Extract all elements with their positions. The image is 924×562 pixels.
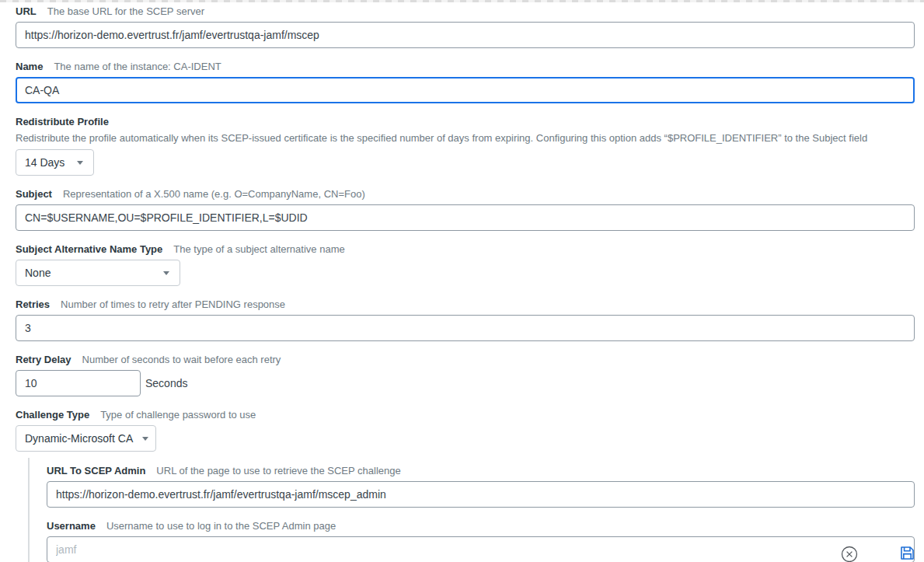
retry-delay-helper: Number of seconds to wait before each re… [82, 354, 281, 365]
retries-label-row: RetriesNumber of times to retry after PE… [16, 298, 915, 310]
san-type-field-group: Subject Alternative Name TypeThe type of… [16, 243, 915, 286]
url-helper: The base URL for the SCEP server [47, 5, 204, 17]
redistribute-profile-select[interactable]: 14 Days [16, 149, 94, 176]
scep-admin-url-helper: URL of the page to use to retrieve the S… [156, 465, 400, 476]
retries-input[interactable] [16, 315, 915, 341]
retry-delay-label: Retry Delay [16, 354, 71, 365]
chevron-down-icon [77, 161, 83, 165]
retries-label: Retries [16, 298, 50, 310]
name-field-group: NameThe name of the instance: CA-IDENT [16, 60, 915, 103]
challenge-type-field-group: Challenge TypeType of challenge password… [16, 408, 915, 452]
redistribute-profile-description: Redistribute the profile automatically w… [16, 132, 915, 144]
scep-config-form: URLThe base URL for the SCEP server Name… [0, 2, 924, 562]
username-label-row: UsernameUsername to use to log in to the… [47, 519, 915, 532]
scep-admin-url-label: URL To SCEP Admin [47, 465, 145, 476]
retries-field-group: RetriesNumber of times to retry after PE… [16, 298, 915, 341]
url-label: URL [16, 5, 37, 17]
redistribute-profile-label-row: Redistribute Profile [16, 115, 915, 127]
chevron-down-icon [142, 437, 148, 441]
chevron-down-icon [163, 271, 169, 275]
username-label: Username [47, 520, 96, 532]
challenge-type-helper: Type of challenge password to use [100, 409, 256, 421]
retry-delay-label-row: Retry DelayNumber of seconds to wait bef… [16, 353, 915, 365]
url-field-group: URLThe base URL for the SCEP server [16, 5, 915, 48]
challenge-type-label-row: Challenge TypeType of challenge password… [16, 408, 915, 421]
scep-admin-url-input[interactable] [47, 481, 915, 508]
subject-label-row: SubjectRepresentation of a X.500 name (e… [16, 187, 915, 200]
san-type-label: Subject Alternative Name Type [16, 243, 162, 255]
save-icon [900, 546, 915, 560]
challenge-type-label: Challenge Type [16, 409, 89, 421]
subject-input[interactable] [16, 204, 915, 231]
scep-admin-url-field-group: URL To SCEP AdminURL of the page to use … [47, 464, 915, 508]
subject-label: Subject [16, 188, 52, 200]
san-type-helper: The type of a subject alternative name [173, 243, 344, 255]
challenge-settings-section: URL To SCEP AdminURL of the page to use … [28, 458, 915, 562]
name-helper: The name of the instance: CA-IDENT [54, 61, 221, 72]
redistribute-profile-value: 14 Days [25, 156, 65, 169]
retry-delay-input[interactable] [16, 370, 141, 396]
san-type-select[interactable]: None [16, 260, 180, 286]
retry-delay-unit: Seconds [145, 377, 187, 389]
challenge-type-select[interactable]: Dynamic-Microsoft CA [16, 425, 156, 452]
username-input[interactable] [47, 536, 915, 562]
username-helper: Username to use to log in to the SCEP Ad… [106, 520, 336, 532]
url-input[interactable] [16, 22, 915, 48]
name-label: Name [16, 61, 43, 72]
scep-admin-url-label-row: URL To SCEP AdminURL of the page to use … [47, 464, 915, 476]
username-field-group: UsernameUsername to use to log in to the… [47, 519, 915, 562]
save-button[interactable] [900, 546, 915, 560]
subject-field-group: SubjectRepresentation of a X.500 name (e… [16, 187, 915, 231]
scep-config-page: URLThe base URL for the SCEP server Name… [0, 0, 924, 562]
san-type-value: None [25, 267, 51, 279]
cancel-button[interactable] [841, 546, 858, 562]
retries-helper: Number of times to retry after PENDING r… [61, 298, 285, 310]
name-label-row: NameThe name of the instance: CA-IDENT [16, 60, 915, 72]
san-type-label-row: Subject Alternative Name TypeThe type of… [16, 243, 915, 255]
subject-helper: Representation of a X.500 name (e.g. O=C… [63, 188, 365, 200]
name-input[interactable] [16, 77, 915, 103]
retry-delay-field-group: Retry DelayNumber of seconds to wait bef… [16, 353, 915, 396]
redistribute-profile-label: Redistribute Profile [16, 116, 109, 127]
redistribute-profile-field-group: Redistribute Profile Redistribute the pr… [16, 115, 915, 176]
close-icon [841, 546, 858, 562]
retry-delay-row: Seconds [16, 370, 915, 396]
challenge-type-value: Dynamic-Microsoft CA [25, 432, 133, 445]
url-label-row: URLThe base URL for the SCEP server [16, 5, 915, 17]
